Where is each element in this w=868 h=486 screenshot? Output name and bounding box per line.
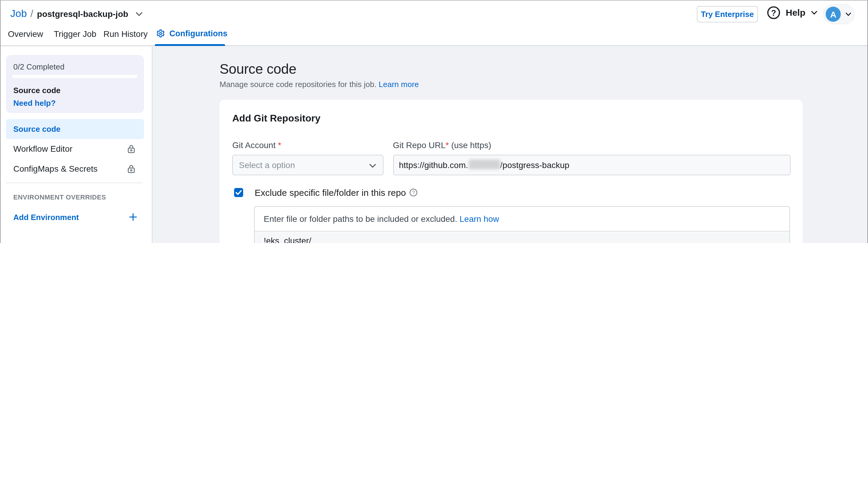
svg-text:?: ?	[412, 190, 415, 195]
svg-text:?: ?	[771, 8, 776, 17]
